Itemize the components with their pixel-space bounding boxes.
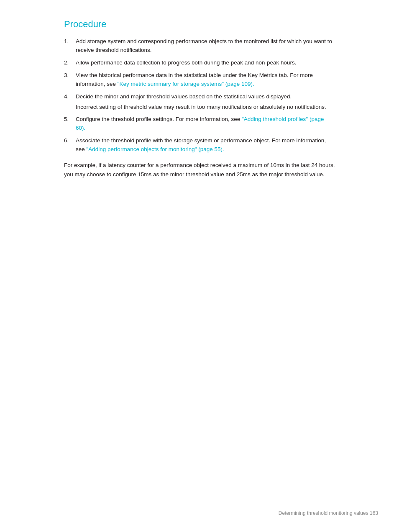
body-paragraph: For example, if a latency counter for a …: [64, 161, 335, 179]
page-footer: Determining threshold monitoring values …: [279, 510, 378, 516]
section-title: Procedure: [64, 19, 335, 30]
page-container: Procedure 1. Add storage system and corr…: [0, 0, 399, 212]
procedure-list: 1. Add storage system and corresponding …: [64, 37, 335, 154]
list-item-content: Configure the threshold profile settings…: [76, 115, 335, 133]
list-item-main-text: Decide the minor and major threshold val…: [76, 93, 292, 100]
list-number: 2.: [64, 59, 76, 67]
list-item: 2. Allow performance data collection to …: [64, 59, 335, 67]
list-item: 6. Associate the threshold profile with …: [64, 136, 335, 154]
list-item: 3. View the historical performance data …: [64, 71, 335, 89]
list-number: 3.: [64, 71, 76, 89]
list-item-content: Add storage system and corresponding per…: [76, 37, 335, 55]
list-number: 6.: [64, 136, 76, 154]
list-item-text-before-link: Configure the threshold profile settings…: [76, 116, 242, 122]
list-item-content: View the historical performance data in …: [76, 71, 335, 89]
list-number: 1.: [64, 37, 76, 55]
list-number: 5.: [64, 115, 76, 133]
list-item: 4. Decide the minor and major threshold …: [64, 93, 335, 112]
list-item-content: Associate the threshold profile with the…: [76, 136, 335, 154]
performance-objects-link[interactable]: "Adding performance objects for monitori…: [87, 146, 224, 152]
list-item-content: Decide the minor and major threshold val…: [76, 93, 335, 112]
key-metrics-link[interactable]: "Key metric summary for storage systems"…: [118, 81, 254, 87]
list-number: 4.: [64, 93, 76, 112]
list-item: 1. Add storage system and corresponding …: [64, 37, 335, 55]
list-item: 5. Configure the threshold profile setti…: [64, 115, 335, 133]
list-item-sub-paragraph: Incorrect setting of threshold value may…: [76, 103, 335, 112]
list-item-content: Allow performance data collection to pro…: [76, 59, 335, 67]
